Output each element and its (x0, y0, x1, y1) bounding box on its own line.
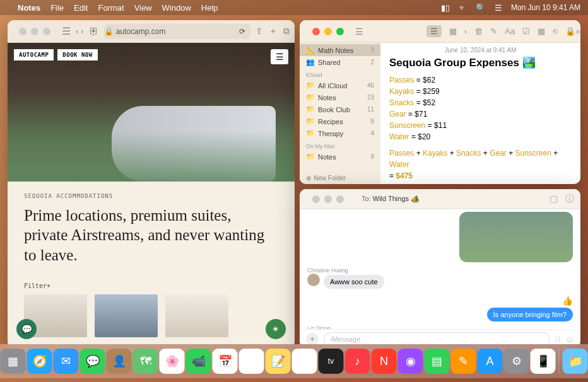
menu-file[interactable]: File (50, 3, 64, 13)
media-icon[interactable]: ⎋ (553, 26, 558, 36)
control-center-icon[interactable]: ☰ (495, 3, 502, 13)
dock-app-news[interactable]: N (372, 349, 397, 374)
url-text: autocamp.com (116, 27, 166, 36)
emoji-icon[interactable]: ☺ (565, 334, 574, 344)
sidebar-item-shared[interactable]: 👥Shared2 (300, 56, 380, 68)
audio-icon[interactable]: ⎍ (555, 334, 560, 344)
note-body[interactable]: June 10, 2024 at 9:41 AM Sequoia Group E… (380, 43, 580, 184)
dock-app-mail[interactable]: ✉ (54, 349, 79, 374)
messages-toolbar: To: Wild Things 🏕️ ▢ⓘ (300, 189, 580, 209)
safari-toolbar: ☰ ‹› ⛨ 🔒autocamp.com⟳ ⇪+⧉ (8, 20, 295, 43)
menu-help[interactable]: Help (201, 3, 218, 13)
checklist-icon[interactable]: ☑ (522, 26, 530, 36)
thumbnail-2[interactable] (95, 294, 158, 337)
dock-app-podcasts[interactable]: ◉ (398, 349, 423, 374)
wifi-icon[interactable]: ᯤ (459, 3, 467, 13)
menu-format[interactable]: Format (98, 3, 124, 13)
dock: 😀▦🧭✉💬👤🗺🌸📹📅☑📝✏tv♪N◉▤✎A⚙📱 📁🗑 (0, 344, 588, 378)
lock-icon[interactable]: 🔒 (565, 26, 575, 36)
dock-app-contacts[interactable]: 👤 (107, 349, 132, 374)
sender-name: Liz Dizon (307, 325, 573, 329)
dock-app-launchpad[interactable]: ▦ (1, 349, 26, 374)
reload-icon[interactable]: ⟳ (239, 27, 250, 36)
menu-edit[interactable]: Edit (74, 3, 88, 13)
recipient[interactable]: Wild Things 🏕️ (373, 195, 420, 202)
dock-app-pages[interactable]: ✎ (451, 349, 476, 374)
dock-app-numbers[interactable]: ▤ (425, 349, 450, 374)
dock-app-photos[interactable]: 🌸 (160, 349, 185, 374)
sidebar-item-math-notes[interactable]: 📐Math Notes3 (300, 44, 380, 56)
menubar-datetime[interactable]: Mon Jun 10 9:41 AM (511, 3, 580, 12)
dock-downloads[interactable]: 📁 (563, 349, 588, 374)
shared-photo[interactable] (459, 212, 573, 262)
book-now-button[interactable]: BOOK NOW (57, 49, 97, 61)
dock-app-calendar[interactable]: 📅 (213, 349, 238, 374)
menu-view[interactable]: View (134, 3, 152, 13)
dock-app-settings[interactable]: ⚙ (504, 349, 529, 374)
new-tab-icon[interactable]: + (271, 26, 276, 37)
share-icon[interactable]: ⇪ (256, 26, 263, 37)
back-icon[interactable]: ‹ (76, 26, 78, 36)
battery-icon[interactable]: ▮▯ (441, 3, 450, 13)
dock-app-music[interactable]: ♪ (345, 349, 370, 374)
search-icon[interactable]: 🔍 (476, 3, 486, 13)
window-controls[interactable] (13, 28, 57, 35)
window-controls[interactable] (306, 28, 350, 35)
address-bar[interactable]: 🔒autocamp.com⟳ (104, 24, 250, 39)
logo-badge[interactable]: AUTOCAMP (14, 49, 54, 61)
message-bubble-sent[interactable]: Is anyone bringing film? (487, 308, 573, 321)
list-view-icon[interactable]: ☰ (426, 25, 442, 37)
tabs-icon[interactable]: ⧉ (283, 26, 290, 37)
messages-window: To: Wild Things 🏕️ ▢ⓘ Christine Huang Aw… (300, 189, 580, 348)
sidebar-item[interactable]: 📁Recipes8 (300, 115, 380, 127)
video-call-icon[interactable]: ▢ (550, 194, 558, 205)
dock-app-notes[interactable]: 📝 (266, 349, 291, 374)
shield-icon[interactable]: ⛨ (89, 26, 99, 37)
headline: Prime locations, premium suites, private… (24, 205, 278, 265)
dock-app-tv[interactable]: tv (319, 349, 344, 374)
forward-icon[interactable]: › (81, 26, 83, 36)
dock-app-facetime[interactable]: 📹 (186, 349, 211, 374)
back-icon[interactable]: ‹ (464, 26, 467, 36)
menu-window[interactable]: Window (162, 3, 191, 13)
new-folder-button[interactable]: ⊕New Folder (306, 175, 346, 182)
info-icon[interactable]: ⓘ (565, 194, 574, 205)
chat-fab-icon[interactable]: 💬 (16, 319, 37, 339)
shared-icon: 👥 (306, 58, 315, 66)
sidebar-item[interactable]: 📁Therapy4 (300, 127, 380, 139)
app-name[interactable]: Notes (18, 3, 40, 13)
conversation: Christine Huang Awww soo cute 👍Is anyone… (300, 209, 580, 329)
compose-icon[interactable]: ✎ (490, 26, 497, 36)
thumbnail-3[interactable] (165, 294, 228, 337)
window-controls[interactable] (306, 195, 350, 203)
sidebar-item[interactable]: 📁Notes23 (300, 91, 380, 103)
trash-icon[interactable]: 🗑 (474, 26, 483, 36)
sidebar-item[interactable]: 📁Notes9 (300, 151, 380, 163)
dock-app-safari[interactable]: 🧭 (27, 349, 52, 374)
apps-button-icon[interactable]: + (306, 333, 319, 345)
grid-view-icon[interactable]: ▦ (449, 26, 457, 36)
sidebar-item[interactable]: 📁All iCloud46 (300, 79, 380, 91)
folder-icon: 📁 (306, 117, 315, 125)
sidebar-item[interactable]: 📁Book Club11 (300, 103, 380, 115)
dock-app-reminders[interactable]: ☑ (239, 349, 264, 374)
sidebar-toggle-icon[interactable]: ☰ (62, 25, 71, 37)
dock-app-iphone[interactable]: 📱 (531, 349, 556, 374)
folder-icon: 📁 (306, 81, 315, 90)
dock-app-freeform[interactable]: ✏ (292, 349, 317, 374)
avatar[interactable] (307, 274, 320, 286)
folder-icon: 📁 (306, 129, 315, 137)
table-icon[interactable]: ▦ (538, 26, 545, 36)
accessibility-fab-icon[interactable]: ✴ (266, 319, 286, 339)
reaction-icon[interactable]: 👍 (562, 296, 573, 306)
message-bubble[interactable]: Awww soo cute (324, 275, 384, 289)
sidebar-header-icloud: iCloud (300, 68, 380, 79)
dock-app-appstore[interactable]: A (478, 349, 503, 374)
more-icon[interactable]: » (575, 26, 580, 36)
format-icon[interactable]: Aa (505, 26, 515, 36)
dock-app-maps[interactable]: 🗺 (133, 349, 158, 374)
filter-button[interactable]: Filter+ (24, 282, 278, 289)
sidebar-toggle-icon[interactable]: ☰ (355, 26, 363, 37)
hamburger-icon[interactable]: ☰ (271, 49, 288, 64)
dock-app-messages[interactable]: 💬 (80, 349, 105, 374)
